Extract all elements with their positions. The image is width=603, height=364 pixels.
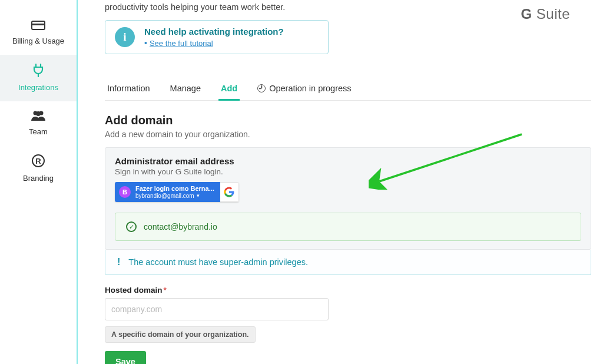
brand-text: Suite: [536, 6, 570, 22]
tab-information[interactable]: Information: [106, 78, 151, 100]
tab-manage[interactable]: Manage: [169, 78, 202, 100]
svg-rect-1: [32, 24, 45, 25]
tab-add[interactable]: Add: [220, 78, 238, 100]
hosted-domain-input[interactable]: [105, 298, 329, 320]
credit-card-icon: [31, 19, 45, 33]
google-signin-email: bybrandio@gmail.com: [135, 193, 194, 200]
section-subtitle: Add a new domain to your organization.: [105, 130, 591, 139]
sidebar-item-label: Branding: [23, 174, 54, 183]
section-title: Add domain: [105, 114, 591, 127]
tab-operation-in-progress[interactable]: Operation in progress: [256, 78, 352, 100]
google-signin-button[interactable]: B Fazer login como Berna... bybrandio@gm…: [115, 182, 239, 202]
hosted-domain-label: Hosted domain*: [105, 286, 591, 294]
registered-icon: R: [31, 154, 45, 170]
sidebar-item-integrations[interactable]: Integrations: [0, 55, 77, 101]
page-description: productivity tools helping your team wor…: [105, 2, 591, 12]
sidebar-item-label: Integrations: [18, 83, 58, 92]
svg-text:R: R: [35, 157, 41, 166]
check-circle-icon: ✓: [126, 221, 137, 232]
admin-panel-title: Administrator email address: [115, 156, 581, 166]
help-tutorial-link[interactable]: See the full tutorial: [150, 39, 213, 48]
info-icon: i: [115, 27, 135, 47]
main-content: G Suite productivity tools helping your …: [78, 0, 603, 364]
save-button[interactable]: Save: [105, 351, 146, 364]
tab-bar: Information Manage Add Operation in prog…: [105, 78, 591, 101]
sidebar-item-billing[interactable]: Billing & Usage: [0, 11, 77, 55]
google-signin-avatar: B: [119, 186, 131, 198]
chevron-down-icon: ▾: [197, 193, 200, 198]
signed-in-email: contact@bybrand.io: [144, 222, 217, 231]
exclamation-icon: !: [117, 257, 120, 267]
tab-operation-label: Operation in progress: [269, 84, 351, 93]
google-logo-icon: [220, 182, 239, 202]
google-signin-name: Fazer login como Berna...: [135, 185, 214, 193]
hosted-domain-helper: A specific domain of your organization.: [105, 326, 256, 343]
admin-panel-subtitle: Sign in with your G Suite login.: [115, 167, 581, 176]
brand-logo: G Suite: [521, 6, 570, 22]
sidebar-item-branding[interactable]: R Branding: [0, 145, 77, 192]
help-title: Need help activating integration?: [144, 27, 284, 37]
sidebar-item-team[interactable]: Team: [0, 101, 77, 145]
clock-icon: [257, 84, 266, 92]
sidebar-item-label: Team: [29, 127, 48, 136]
help-callout: i Need help activating integration? •See…: [105, 20, 329, 54]
info-banner-text: The account must have super-admin privil…: [128, 257, 308, 267]
signed-in-success-banner: ✓ contact@bybrand.io: [115, 213, 581, 241]
users-icon: [30, 110, 47, 124]
super-admin-info-banner: ! The account must have super-admin priv…: [105, 250, 591, 275]
sidebar: Billing & Usage Integrations Team R Bran…: [0, 0, 77, 364]
admin-email-panel: Administrator email address Sign in with…: [105, 147, 591, 250]
sidebar-item-label: Billing & Usage: [12, 37, 64, 45]
svg-point-4: [36, 111, 41, 116]
plug-icon: [32, 63, 45, 80]
